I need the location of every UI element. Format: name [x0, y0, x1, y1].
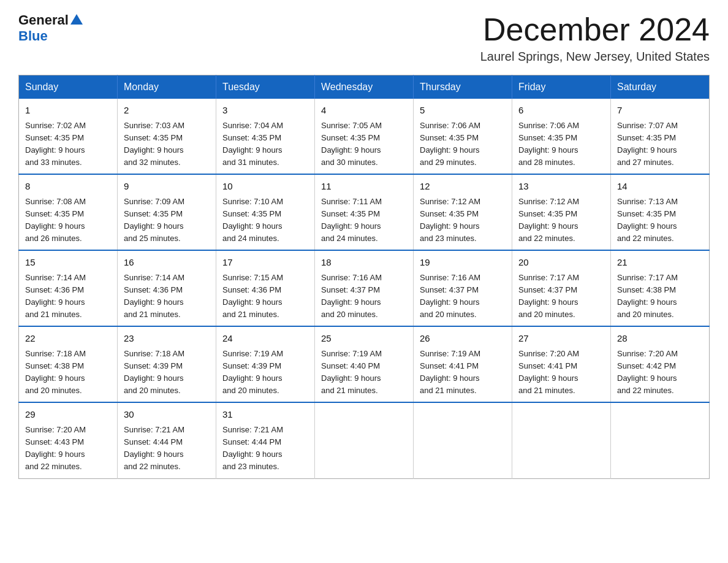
day-info: Sunrise: 7:06 AMSunset: 4:35 PMDaylight:…: [420, 120, 506, 169]
day-number: 6: [518, 104, 604, 118]
calendar-cell: 27Sunrise: 7:20 AMSunset: 4:41 PMDayligh…: [512, 326, 611, 402]
day-number: 15: [25, 256, 111, 270]
calendar-cell: 15Sunrise: 7:14 AMSunset: 4:36 PMDayligh…: [19, 250, 118, 326]
calendar-cell: 29Sunrise: 7:20 AMSunset: 4:43 PMDayligh…: [19, 402, 118, 478]
day-info: Sunrise: 7:04 AMSunset: 4:35 PMDaylight:…: [222, 120, 308, 169]
day-info: Sunrise: 7:16 AMSunset: 4:37 PMDaylight:…: [321, 272, 407, 321]
day-info: Sunrise: 7:20 AMSunset: 4:42 PMDaylight:…: [617, 348, 703, 397]
calendar-table: SundayMondayTuesdayWednesdayThursdayFrid…: [18, 75, 710, 478]
calendar-cell: 2Sunrise: 7:03 AMSunset: 4:35 PMDaylight…: [118, 99, 216, 174]
weekday-header-tuesday: Tuesday: [216, 75, 315, 99]
day-number: 22: [25, 332, 111, 346]
day-info: Sunrise: 7:03 AMSunset: 4:35 PMDaylight:…: [124, 120, 210, 169]
day-info: Sunrise: 7:14 AMSunset: 4:36 PMDaylight:…: [25, 272, 111, 321]
calendar-cell: 7Sunrise: 7:07 AMSunset: 4:35 PMDaylight…: [611, 99, 710, 174]
day-number: 3: [222, 104, 308, 118]
calendar-cell: 3Sunrise: 7:04 AMSunset: 4:35 PMDaylight…: [216, 99, 315, 174]
calendar-cell: 10Sunrise: 7:10 AMSunset: 4:35 PMDayligh…: [216, 174, 315, 250]
day-number: 7: [617, 104, 703, 118]
day-number: 1: [25, 104, 111, 118]
day-info: Sunrise: 7:19 AMSunset: 4:39 PMDaylight:…: [222, 348, 308, 397]
day-info: Sunrise: 7:11 AMSunset: 4:35 PMDaylight:…: [321, 196, 407, 245]
day-info: Sunrise: 7:20 AMSunset: 4:41 PMDaylight:…: [518, 348, 604, 397]
day-number: 30: [124, 408, 210, 422]
day-number: 29: [25, 408, 111, 422]
calendar-cell: 19Sunrise: 7:16 AMSunset: 4:37 PMDayligh…: [414, 250, 512, 326]
weekday-header-friday: Friday: [512, 75, 611, 99]
day-number: 10: [222, 180, 308, 194]
day-info: Sunrise: 7:13 AMSunset: 4:35 PMDaylight:…: [617, 196, 703, 245]
day-info: Sunrise: 7:12 AMSunset: 4:35 PMDaylight:…: [420, 196, 506, 245]
logo: General Blue: [18, 12, 83, 44]
calendar-cell: [315, 402, 414, 478]
calendar-cell: 12Sunrise: 7:12 AMSunset: 4:35 PMDayligh…: [414, 174, 512, 250]
day-number: 12: [420, 180, 506, 194]
day-info: Sunrise: 7:10 AMSunset: 4:35 PMDaylight:…: [222, 196, 308, 245]
day-number: 21: [617, 256, 703, 270]
logo-triangle-icon: [70, 14, 83, 25]
day-info: Sunrise: 7:19 AMSunset: 4:40 PMDaylight:…: [321, 348, 407, 397]
day-info: Sunrise: 7:06 AMSunset: 4:35 PMDaylight:…: [518, 120, 604, 169]
day-info: Sunrise: 7:19 AMSunset: 4:41 PMDaylight:…: [420, 348, 506, 397]
day-number: 14: [617, 180, 703, 194]
day-number: 8: [25, 180, 111, 194]
page-header: General Blue December 2024 Laurel Spring…: [18, 12, 710, 64]
day-info: Sunrise: 7:16 AMSunset: 4:37 PMDaylight:…: [420, 272, 506, 321]
calendar-cell: 6Sunrise: 7:06 AMSunset: 4:35 PMDaylight…: [512, 99, 611, 174]
day-info: Sunrise: 7:15 AMSunset: 4:36 PMDaylight:…: [222, 272, 308, 321]
weekday-header-thursday: Thursday: [414, 75, 512, 99]
day-number: 17: [222, 256, 308, 270]
weekday-header-saturday: Saturday: [611, 75, 710, 99]
day-number: 25: [321, 332, 407, 346]
day-info: Sunrise: 7:12 AMSunset: 4:35 PMDaylight:…: [518, 196, 604, 245]
calendar-cell: 14Sunrise: 7:13 AMSunset: 4:35 PMDayligh…: [611, 174, 710, 250]
day-number: 20: [518, 256, 604, 270]
calendar-cell: 31Sunrise: 7:21 AMSunset: 4:44 PMDayligh…: [216, 402, 315, 478]
day-info: Sunrise: 7:07 AMSunset: 4:35 PMDaylight:…: [617, 120, 703, 169]
weekday-header-wednesday: Wednesday: [315, 75, 414, 99]
calendar-cell: 25Sunrise: 7:19 AMSunset: 4:40 PMDayligh…: [315, 326, 414, 402]
day-number: 13: [518, 180, 604, 194]
calendar-cell: 16Sunrise: 7:14 AMSunset: 4:36 PMDayligh…: [118, 250, 216, 326]
calendar-header: SundayMondayTuesdayWednesdayThursdayFrid…: [19, 75, 710, 99]
day-info: Sunrise: 7:20 AMSunset: 4:43 PMDaylight:…: [25, 424, 111, 473]
day-number: 5: [420, 104, 506, 118]
day-number: 19: [420, 256, 506, 270]
title-section: December 2024 Laurel Springs, New Jersey…: [480, 12, 710, 64]
calendar-cell: 23Sunrise: 7:18 AMSunset: 4:39 PMDayligh…: [118, 326, 216, 402]
calendar-cell: 20Sunrise: 7:17 AMSunset: 4:37 PMDayligh…: [512, 250, 611, 326]
weekday-header-monday: Monday: [118, 75, 216, 99]
calendar-cell: 17Sunrise: 7:15 AMSunset: 4:36 PMDayligh…: [216, 250, 315, 326]
day-info: Sunrise: 7:02 AMSunset: 4:35 PMDaylight:…: [25, 120, 111, 169]
calendar-cell: 1Sunrise: 7:02 AMSunset: 4:35 PMDaylight…: [19, 99, 118, 174]
day-info: Sunrise: 7:05 AMSunset: 4:35 PMDaylight:…: [321, 120, 407, 169]
calendar-cell: [611, 402, 710, 478]
calendar-cell: [414, 402, 512, 478]
day-number: 11: [321, 180, 407, 194]
calendar-cell: 28Sunrise: 7:20 AMSunset: 4:42 PMDayligh…: [611, 326, 710, 402]
calendar-cell: 26Sunrise: 7:19 AMSunset: 4:41 PMDayligh…: [414, 326, 512, 402]
day-info: Sunrise: 7:18 AMSunset: 4:38 PMDaylight:…: [25, 348, 111, 397]
calendar-cell: 4Sunrise: 7:05 AMSunset: 4:35 PMDaylight…: [315, 99, 414, 174]
day-info: Sunrise: 7:21 AMSunset: 4:44 PMDaylight:…: [222, 424, 308, 473]
calendar-cell: 8Sunrise: 7:08 AMSunset: 4:35 PMDaylight…: [19, 174, 118, 250]
day-number: 4: [321, 104, 407, 118]
calendar-cell: 11Sunrise: 7:11 AMSunset: 4:35 PMDayligh…: [315, 174, 414, 250]
day-number: 23: [124, 332, 210, 346]
day-info: Sunrise: 7:14 AMSunset: 4:36 PMDaylight:…: [124, 272, 210, 321]
calendar-cell: 9Sunrise: 7:09 AMSunset: 4:35 PMDaylight…: [118, 174, 216, 250]
day-number: 31: [222, 408, 308, 422]
logo-blue-text: Blue: [18, 28, 48, 44]
calendar-cell: 5Sunrise: 7:06 AMSunset: 4:35 PMDaylight…: [414, 99, 512, 174]
month-title: December 2024: [480, 12, 710, 47]
day-number: 9: [124, 180, 210, 194]
day-info: Sunrise: 7:17 AMSunset: 4:37 PMDaylight:…: [518, 272, 604, 321]
calendar-cell: 21Sunrise: 7:17 AMSunset: 4:38 PMDayligh…: [611, 250, 710, 326]
day-number: 16: [124, 256, 210, 270]
calendar-cell: 18Sunrise: 7:16 AMSunset: 4:37 PMDayligh…: [315, 250, 414, 326]
day-info: Sunrise: 7:08 AMSunset: 4:35 PMDaylight:…: [25, 196, 111, 245]
day-number: 27: [518, 332, 604, 346]
calendar-cell: [512, 402, 611, 478]
day-info: Sunrise: 7:09 AMSunset: 4:35 PMDaylight:…: [124, 196, 210, 245]
day-info: Sunrise: 7:18 AMSunset: 4:39 PMDaylight:…: [124, 348, 210, 397]
